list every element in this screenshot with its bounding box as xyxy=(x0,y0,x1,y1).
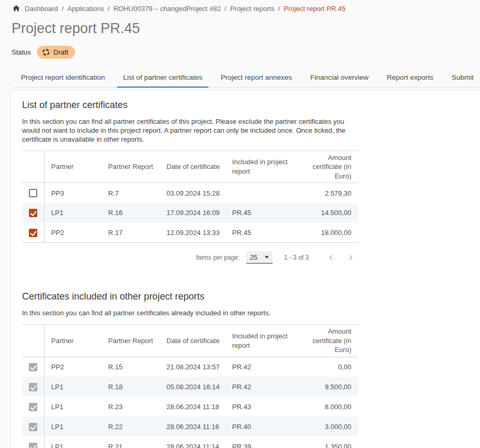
cell-partner: LP1 xyxy=(44,436,101,448)
breadcrumb-separator: / xyxy=(104,5,113,13)
page-size-select[interactable]: 25 xyxy=(246,251,273,264)
column-header-partner: Partner xyxy=(44,151,101,183)
row-checkbox xyxy=(29,423,37,431)
cell-date: 28.06.2024 11:18 xyxy=(160,397,225,417)
row-checkbox xyxy=(29,403,37,411)
row-checkbox[interactable] xyxy=(29,209,37,217)
section-description-list: In this section you can find all partner… xyxy=(22,118,362,144)
paginator: Items per page: 25 1 - 3 of 3 xyxy=(22,250,358,265)
cell-partner-report: R.15 xyxy=(101,357,160,377)
table-row: LP1 R.22 28.06.2024 11:16 PR.40 3.000,00 xyxy=(22,417,358,436)
cell-included: PR.45 xyxy=(225,203,293,223)
sync-icon xyxy=(42,48,50,56)
section-description-other: In this section you can find all partner… xyxy=(22,309,362,318)
cell-amount: 18.000,00 xyxy=(293,223,358,243)
row-checkbox xyxy=(29,443,37,448)
breadcrumb: Dashboard / Applications / ROHU00379 – c… xyxy=(0,0,480,13)
cell-date: 28.06.2024 11:16 xyxy=(160,417,225,436)
breadcrumb-current: Project report PR.45 xyxy=(284,5,346,13)
table-row: LP1 R.18 05.08.2024 16:14 PR.42 9.500,00 xyxy=(22,377,358,397)
cell-included xyxy=(225,183,293,203)
breadcrumb-items: Dashboard / Applications / ROHU00379 – c… xyxy=(25,5,284,13)
row-checkbox[interactable] xyxy=(29,229,37,237)
cell-included: PR.43 xyxy=(225,397,293,417)
cell-included: PR.42 xyxy=(225,377,293,397)
cell-included: PR.45 xyxy=(225,223,293,243)
tab-report-exports[interactable]: Report exports xyxy=(381,69,440,87)
cell-included: PR.40 xyxy=(225,417,293,436)
cell-date: 28.06.2024 11:14 xyxy=(160,436,225,448)
column-header-date: Date of certificate xyxy=(160,151,225,183)
caret-down-icon xyxy=(265,256,269,259)
cell-date: 03.09.2024 15:28 xyxy=(160,183,225,203)
tab-list-of-partner-certificates[interactable]: List of partner certificates xyxy=(117,69,209,87)
cell-amount: 0,00 xyxy=(293,357,358,377)
tab-submit[interactable]: Submit xyxy=(445,69,480,87)
column-header-included: Included in project report xyxy=(225,325,293,357)
row-checkbox xyxy=(29,383,37,391)
breadcrumb-item[interactable]: Dashboard xyxy=(25,5,58,13)
previous-page-button[interactable] xyxy=(324,250,338,265)
cell-partner: PP2 xyxy=(44,357,101,377)
tab-financial-overview[interactable]: Financial overview xyxy=(304,69,375,87)
partner-certificates-table: Partner Partner Report Date of certifica… xyxy=(22,151,358,243)
cell-amount: 2.579,30 xyxy=(293,183,358,203)
row-checkbox[interactable] xyxy=(29,189,37,197)
breadcrumb-item[interactable]: Project reports xyxy=(230,5,275,13)
section-title-list: List of partner certificates xyxy=(22,100,469,111)
home-icon[interactable] xyxy=(12,4,20,13)
cell-partner-report: R.22 xyxy=(101,417,160,436)
cell-partner-report: R.21 xyxy=(101,436,160,448)
page-title: Project report PR.45 xyxy=(12,20,480,37)
cell-date: 05.08.2024 16:14 xyxy=(160,377,225,397)
column-header-partner-report: Partner Report xyxy=(101,325,160,357)
paginator-range: 1 - 3 of 3 xyxy=(284,254,309,261)
cell-amount: 3.000,00 xyxy=(293,417,358,436)
breadcrumb-separator: / xyxy=(275,5,284,13)
tab-project-report-identification[interactable]: Project report identification xyxy=(15,69,111,87)
cell-date: 12.09.2024 13:33 xyxy=(160,223,225,243)
breadcrumb-item[interactable]: Applications xyxy=(67,5,104,13)
cell-date: 21.08.2024 13:57 xyxy=(160,357,225,377)
cell-date: 17.09.2024 16:09 xyxy=(160,203,225,223)
status-badge: Draft xyxy=(37,46,75,59)
content-card: List of partner certificates In this sec… xyxy=(11,90,480,448)
status-label: Status xyxy=(12,48,31,56)
section-title-other: Certificates included in other project r… xyxy=(22,291,469,302)
table-row: LP1 R.21 28.06.2024 11:14 PR.39 1.350,00 xyxy=(22,436,358,448)
column-header-partner: Partner xyxy=(44,325,101,357)
breadcrumb-item[interactable]: ROHU00379 – changedProject #82 xyxy=(113,5,221,13)
cell-partner-report: R.23 xyxy=(101,397,160,417)
cell-partner: PP2 xyxy=(44,223,101,243)
column-header-included: Included in project report xyxy=(225,151,293,183)
table-row: PP2 R.15 21.08.2024 13:57 PR.42 0,00 xyxy=(22,357,358,377)
cell-amount: 8.000,00 xyxy=(293,397,358,417)
cell-amount: 9.500,00 xyxy=(293,377,358,397)
tab-project-report-annexes[interactable]: Project report annexes xyxy=(214,69,298,87)
status-row: Status Draft xyxy=(12,46,480,59)
breadcrumb-separator: / xyxy=(58,5,68,13)
cell-partner: LP1 xyxy=(44,377,101,397)
cell-partner: LP1 xyxy=(44,417,101,436)
table-row: LP1 R.23 28.06.2024 11:18 PR.43 8.000,00 xyxy=(22,397,358,417)
select-column-header xyxy=(22,151,44,183)
table-header-row: Partner Partner Report Date of certifica… xyxy=(22,151,358,183)
table-row: PP2 R.17 12.09.2024 13:33 PR.45 18.000,0… xyxy=(22,223,358,243)
cell-amount: 1.350,00 xyxy=(293,436,358,448)
status-value: Draft xyxy=(54,48,68,56)
cell-partner-report: R.7 xyxy=(101,183,160,203)
cell-partner: PP3 xyxy=(44,183,101,203)
cell-partner: LP1 xyxy=(44,397,101,417)
tab-bar: Project report identification List of pa… xyxy=(15,69,480,88)
items-per-page-label: Items per page: xyxy=(196,254,239,261)
cell-partner-report: R.16 xyxy=(101,203,160,223)
cell-partner-report: R.18 xyxy=(101,377,160,397)
table-row: LP1 R.16 17.09.2024 16:09 PR.45 14.500,0… xyxy=(22,203,358,223)
column-header-partner-report: Partner Report xyxy=(101,151,160,183)
page-size-value: 25 xyxy=(250,253,257,261)
cell-partner-report: R.17 xyxy=(101,223,160,243)
next-page-button[interactable] xyxy=(343,250,358,265)
cell-included: PR.42 xyxy=(225,357,293,377)
select-column-header xyxy=(22,325,44,357)
cell-amount: 14.500,00 xyxy=(293,203,358,223)
